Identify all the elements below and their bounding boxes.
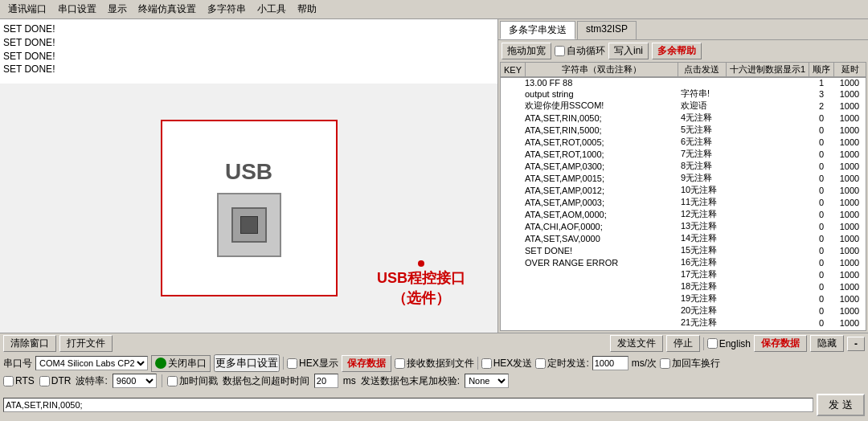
tab-bar: 多条字串发送 stm32ISP [498, 19, 868, 40]
cell-string[interactable] [525, 329, 681, 331]
table-row[interactable]: OVER RANGE ERROR16无注释01000 [501, 256, 866, 268]
dtr-checkbox[interactable] [39, 376, 50, 386]
table-row[interactable]: ATA,SET,AOM,0000;12无注释01000 [501, 208, 866, 220]
table-row[interactable]: output string字符串!31000 [501, 88, 866, 100]
table-row[interactable]: ATA,SET,AMP,0015;9无注释01000 [501, 172, 866, 184]
cell-delay: 1000 [833, 280, 866, 292]
table-row[interactable]: ATA,SET,RIN,5000;5无注释01000 [501, 124, 866, 136]
timed-value-input[interactable] [592, 356, 628, 370]
cell-string[interactable] [525, 268, 681, 280]
send-end-select[interactable]: None [465, 374, 509, 388]
table-row[interactable]: 19无注释01000 [501, 292, 866, 305]
minus-btn[interactable]: - [847, 337, 865, 351]
cell-delay: 1000 [833, 148, 866, 160]
cell-key [501, 256, 525, 268]
cell-string[interactable]: ATA,SET,AMP,0012; [525, 184, 681, 196]
save-data-btn2[interactable]: 保存数据 [342, 355, 391, 372]
cell-string[interactable]: output string [525, 88, 681, 100]
cell-string[interactable]: 欢迎你使用SSCOM! [525, 100, 681, 112]
port-select[interactable]: COM4 Silicon Labs CP210x U... [35, 356, 148, 370]
menu-display[interactable]: 显示 [103, 2, 132, 17]
cell-string[interactable]: ATA,SET,AMP,0015; [525, 172, 681, 184]
cell-string[interactable]: 13.00 FF 88 [525, 78, 681, 88]
hex-send-checkbox[interactable] [481, 358, 492, 369]
menu-serial-settings[interactable]: 串口设置 [53, 2, 101, 17]
cell-hex [729, 100, 809, 112]
menu-terminal[interactable]: 终端仿真设置 [133, 2, 201, 17]
help-btn[interactable]: 多余帮助 [652, 43, 702, 59]
cell-key [501, 329, 525, 331]
cell-string[interactable] [525, 305, 681, 317]
clear-window-btn[interactable]: 清除窗口 [3, 335, 56, 352]
tab-multistring[interactable]: 多条字串发送 [500, 21, 575, 39]
cell-key [501, 208, 525, 220]
table-row[interactable]: ATA,SET,RIN,0050;4无注释01000 [501, 112, 866, 124]
rts-checkbox[interactable] [3, 376, 14, 386]
ini-btn[interactable]: 写入ini [608, 43, 649, 59]
menu-tools[interactable]: 小工具 [252, 2, 291, 17]
table-row[interactable]: 18无注释01000 [501, 280, 866, 292]
cell-string[interactable]: ATA,SET,AMP,0003; [525, 196, 681, 208]
cell-string[interactable]: ATA,SET,RIN,5000; [525, 124, 681, 136]
table-row[interactable]: 17无注释01000 [501, 268, 866, 280]
cell-string[interactable]: ATA,SET,SAV,0000 [525, 232, 681, 244]
table-row[interactable]: 21无注释01000 [501, 317, 866, 329]
menu-port[interactable]: 通讯端口 [3, 2, 51, 17]
table-row[interactable]: ATA,SET,AMP,0012;10无注释01000 [501, 184, 866, 196]
menu-help[interactable]: 帮助 [293, 2, 321, 17]
hide-btn[interactable]: 隐藏 [810, 335, 844, 352]
cell-key [501, 148, 525, 160]
cell-string[interactable]: ATA,SET,AMP,0300; [525, 160, 681, 172]
timed-send-checkbox[interactable] [535, 358, 546, 369]
console-line: SET DONE! [3, 50, 494, 63]
save-data-btn[interactable]: 保存数据 [754, 335, 807, 352]
cell-send: 6无注释 [681, 136, 729, 148]
table-row[interactable]: SET DONE!15无注释01000 [501, 244, 866, 256]
loop-checkbox[interactable] [555, 46, 565, 56]
add-cr-checkbox[interactable] [660, 358, 670, 369]
more-settings-btn[interactable]: 更多串口设置 [214, 354, 280, 372]
cell-key [501, 292, 525, 305]
close-port-btn[interactable]: 关闭串口 [151, 355, 211, 372]
cell-string[interactable]: OVER RANGE ERROR [525, 256, 681, 268]
cell-string[interactable]: ATA,SET,RIN,0050; [525, 112, 681, 124]
table-row[interactable]: ATA,SET,ROT,1000;7无注释01000 [501, 148, 866, 160]
data-table-container[interactable]: 13.00 FF 8811000output string字符串!31000欢迎… [500, 77, 866, 331]
english-checkbox[interactable] [707, 338, 718, 349]
add-time-label: 加时间戳 [167, 374, 218, 388]
cell-string[interactable]: SET DONE! [525, 244, 681, 256]
table-row[interactable]: 欢迎你使用SSCOM!欢迎语21000 [501, 100, 866, 112]
menu-multistring[interactable]: 多字符串 [203, 2, 251, 17]
recv-file-checkbox[interactable] [395, 358, 405, 369]
table-row[interactable]: ATA,SET,SAV,000014无注释01000 [501, 232, 866, 244]
table-row[interactable]: ATA,SET,ROT,0005;6无注释01000 [501, 136, 866, 148]
tab-stm32isp[interactable]: stm32ISP [577, 21, 637, 39]
send-btn[interactable]: 发 送 [817, 394, 865, 416]
bottom-bar-row2: 串口号 COM4 Silicon Labs CP210x U... 关闭串口 更… [0, 354, 868, 373]
table-row[interactable]: 20无注释01000 [501, 305, 866, 317]
table-row[interactable]: ATA,SET,AMP,0003;11无注释01000 [501, 196, 866, 208]
threshold-input[interactable] [314, 374, 338, 388]
hex-display-checkbox[interactable] [287, 358, 297, 369]
table-row[interactable]: 13.00 FF 8811000 [501, 78, 866, 88]
stop-btn[interactable]: 停止 [666, 335, 700, 352]
open-file-btn[interactable]: 打开文件 [59, 335, 113, 352]
cell-send: 21无注释 [681, 317, 729, 329]
cell-string[interactable] [525, 317, 681, 329]
send-input[interactable] [3, 398, 813, 412]
cell-order: 0 [809, 317, 833, 329]
baud-select[interactable]: 9600 [113, 374, 157, 388]
drag-widen-btn[interactable]: 拖动加宽 [502, 43, 551, 59]
add-time-checkbox[interactable] [167, 376, 178, 386]
table-row[interactable]: 22无注释01000 [501, 329, 866, 331]
send-file-btn[interactable]: 发送文件 [610, 335, 663, 352]
cell-string[interactable]: ATA,CHI,AOF,0000; [525, 220, 681, 232]
cell-string[interactable] [525, 280, 681, 292]
cell-string[interactable]: ATA,SET,ROT,0005; [525, 136, 681, 148]
table-row[interactable]: ATA,SET,AMP,0300;8无注释01000 [501, 160, 866, 172]
cell-string[interactable]: ATA,SET,ROT,1000; [525, 148, 681, 160]
cell-string[interactable] [525, 292, 681, 305]
table-row[interactable]: ATA,CHI,AOF,0000;13无注释01000 [501, 220, 866, 232]
cell-key [501, 244, 525, 256]
cell-string[interactable]: ATA,SET,AOM,0000; [525, 208, 681, 220]
